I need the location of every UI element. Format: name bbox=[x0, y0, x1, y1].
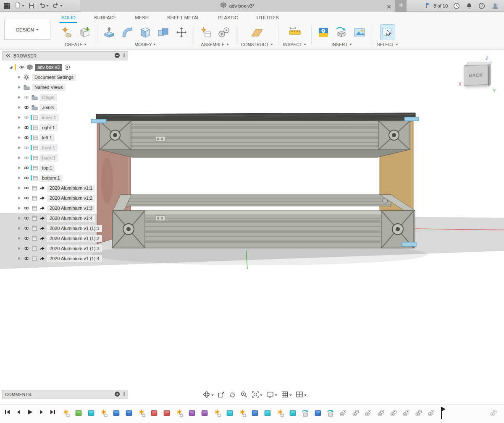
expand-arrow-icon[interactable] bbox=[16, 105, 22, 110]
timeline-component-15[interactable] bbox=[239, 408, 246, 418]
browser-item-2020-aluminium-v1-1[interactable]: 2020 Aluminium v1:1 bbox=[2, 183, 128, 193]
ribbon-label-construct[interactable]: CONSTRUCT bbox=[241, 42, 273, 47]
model-top-frame[interactable] bbox=[96, 113, 415, 157]
timeline-body-9[interactable] bbox=[163, 408, 171, 418]
viewcube[interactable]: BACK X Y Z bbox=[460, 57, 496, 92]
expand-arrow-icon[interactable] bbox=[16, 156, 22, 160]
tab-surface[interactable]: SURFACE bbox=[92, 14, 118, 23]
timeline-body-5[interactable] bbox=[113, 408, 120, 418]
visibility-eye-icon[interactable] bbox=[22, 176, 31, 180]
timeline-body-21[interactable] bbox=[314, 408, 322, 418]
timeline-body-16[interactable] bbox=[251, 408, 259, 418]
measure-icon[interactable] bbox=[288, 25, 302, 40]
skip-start-button[interactable] bbox=[4, 409, 10, 415]
zoom-fit-button[interactable] bbox=[252, 391, 262, 400]
visibility-eye-icon[interactable] bbox=[18, 65, 26, 69]
grid-settings-button[interactable] bbox=[281, 391, 292, 400]
tab-plastic[interactable]: PLASTIC bbox=[217, 14, 240, 23]
visibility-eye-icon[interactable] bbox=[22, 105, 31, 110]
visibility-eye-icon[interactable] bbox=[22, 246, 31, 251]
timeline-body-11[interactable] bbox=[188, 408, 196, 418]
expand-arrow-icon[interactable] bbox=[16, 125, 22, 130]
tab-solid[interactable]: SOLID bbox=[60, 14, 77, 23]
redo-button[interactable] bbox=[52, 1, 63, 11]
browser-item-document-settings[interactable]: Document Settings bbox=[2, 72, 128, 82]
create-sketch-icon[interactable] bbox=[78, 25, 92, 40]
expand-arrow-icon[interactable] bbox=[16, 206, 22, 210]
timeline-joint-27[interactable] bbox=[390, 408, 397, 418]
create-form-icon[interactable] bbox=[60, 25, 74, 40]
visibility-eye-icon[interactable] bbox=[22, 196, 31, 200]
browser-item-back-1[interactable]: back:1 bbox=[2, 153, 128, 163]
browser-item-named-views[interactable]: Named Views bbox=[2, 82, 128, 92]
timeline-component-1[interactable] bbox=[62, 408, 70, 418]
visibility-eye-icon[interactable] bbox=[22, 236, 31, 240]
timeline-joint-28[interactable] bbox=[402, 408, 410, 418]
expand-arrow-icon[interactable] bbox=[16, 176, 22, 180]
browser-header[interactable]: BROWSER bbox=[2, 51, 128, 60]
job-status-button[interactable]: 8 of 10 bbox=[425, 2, 448, 10]
new-component-icon[interactable] bbox=[199, 25, 213, 40]
recent-activity-icon[interactable] bbox=[453, 1, 460, 11]
step-back-button[interactable] bbox=[16, 409, 22, 415]
visibility-eye-icon[interactable] bbox=[22, 125, 31, 130]
visibility-eye-icon[interactable] bbox=[22, 206, 31, 210]
expand-arrow-icon[interactable] bbox=[16, 85, 22, 89]
shell-icon[interactable] bbox=[138, 25, 152, 40]
browser-item-2020-aluminium-v1-1-2[interactable]: 2020 Aluminium v1 (1):2 bbox=[2, 233, 128, 243]
visibility-eye-icon[interactable] bbox=[22, 95, 31, 99]
browser-item-2020-aluminium-v1-1-3[interactable]: 2020 Aluminium v1 (1):3 bbox=[2, 243, 128, 253]
browser-item-joints[interactable]: Joints bbox=[2, 102, 128, 112]
tab-sheet-metal[interactable]: SHEET METAL bbox=[165, 14, 202, 23]
expand-arrow-icon[interactable] bbox=[16, 166, 22, 170]
activate-component-radio[interactable] bbox=[64, 64, 70, 70]
timeline-position-marker[interactable] bbox=[440, 407, 446, 422]
browser-item-right-1[interactable]: right:1 bbox=[2, 123, 128, 133]
timeline-body-19[interactable] bbox=[289, 408, 297, 418]
timeline-joint-25[interactable] bbox=[365, 408, 372, 418]
expand-arrow-icon[interactable] bbox=[16, 115, 22, 120]
visibility-eye-icon[interactable] bbox=[22, 156, 31, 160]
browser-item-bottom-1[interactable]: bottom:1 bbox=[2, 173, 128, 183]
timeline-component-7[interactable] bbox=[138, 408, 145, 418]
timeline-insert-22[interactable] bbox=[327, 408, 334, 418]
expand-arrow-icon[interactable] bbox=[16, 146, 22, 150]
zoom-button[interactable] bbox=[240, 391, 248, 400]
ribbon-label-assemble[interactable]: ASSEMBLE bbox=[201, 42, 229, 47]
visibility-eye-icon[interactable] bbox=[22, 166, 31, 170]
timeline-joint-icon[interactable] bbox=[490, 408, 497, 419]
user-avatar[interactable] bbox=[491, 1, 500, 11]
step-forward-button[interactable] bbox=[38, 409, 45, 415]
expand-arrow-icon[interactable] bbox=[16, 136, 22, 140]
timeline-joint-24[interactable] bbox=[352, 408, 360, 418]
browser-item-front-1[interactable]: front:1 bbox=[2, 143, 128, 153]
canvas-icon[interactable] bbox=[352, 25, 367, 40]
timeline-body-3[interactable] bbox=[87, 408, 95, 418]
browser-item-2020-aluminium-v1-4[interactable]: 2020 Aluminium v1:4 bbox=[2, 213, 128, 223]
timeline-joint-23[interactable] bbox=[339, 408, 347, 418]
expand-arrow-icon[interactable] bbox=[16, 226, 22, 230]
browser-root-label[interactable]: adv box v3 bbox=[35, 64, 62, 71]
browser-item-2020-aluminium-v1-3[interactable]: 2020 Aluminium v1:3 bbox=[2, 203, 128, 213]
expand-arrow-icon[interactable] bbox=[16, 196, 22, 200]
ribbon-label-create[interactable]: CREATE bbox=[65, 42, 87, 47]
visibility-eye-icon[interactable] bbox=[22, 186, 31, 190]
insert-derive-icon[interactable] bbox=[334, 25, 349, 40]
timeline-component-4[interactable] bbox=[100, 408, 108, 418]
browser-item-origin[interactable]: Origin bbox=[2, 92, 128, 102]
press-pull-icon[interactable] bbox=[102, 25, 116, 40]
model-bottom-frame[interactable] bbox=[113, 195, 415, 248]
timeline-joint-29[interactable] bbox=[415, 408, 423, 418]
viewcube-back-face[interactable]: BACK bbox=[464, 65, 488, 86]
collapse-arrow-icon[interactable] bbox=[8, 65, 14, 69]
skip-end-button[interactable] bbox=[50, 409, 56, 415]
minimize-panel-icon[interactable] bbox=[114, 52, 120, 59]
timeline-body-6[interactable] bbox=[125, 408, 133, 418]
timeline-body-12[interactable] bbox=[201, 408, 208, 418]
workspace-selector[interactable]: DESIGN bbox=[4, 20, 50, 40]
close-tab-icon[interactable] bbox=[386, 3, 391, 11]
notifications-bell-icon[interactable] bbox=[465, 1, 473, 11]
fillet-icon[interactable] bbox=[120, 25, 134, 40]
expand-arrow-icon[interactable] bbox=[16, 216, 22, 220]
visibility-eye-icon[interactable] bbox=[22, 256, 31, 261]
